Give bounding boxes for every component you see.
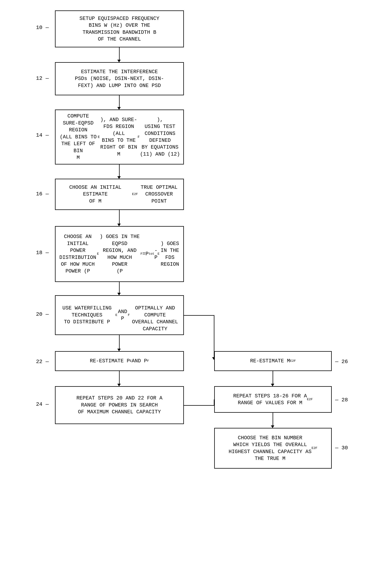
box-step-22: RE-ESTIMATE PE AND PF — [55, 351, 184, 371]
box-step-18: CHOOSE AN INITIAL POWER DISTRIBUTION OF … — [55, 226, 184, 282]
box-step-28: REPEAT STEPS 18-26 FOR A RANGE OF VALUES… — [214, 386, 332, 413]
box-step-20: USE WATERFILLING TECHNIQUES TO DISTRIBUT… — [55, 295, 184, 335]
step-label-20: 20 — — [36, 311, 49, 317]
step-label-24: 24 — — [36, 401, 49, 407]
box-step-26: RE-ESTIMATE ME2F — [214, 351, 332, 371]
box-step-24: REPEAT STEPS 20 AND 22 FOR A RANGE OF PO… — [55, 386, 184, 424]
step-label-30: — 30 — [335, 445, 348, 451]
box-step-12: ESTIMATE THE INTERFERENCE PSDs (NOISE, D… — [55, 62, 184, 95]
step-label-10: 10 — — [36, 25, 49, 30]
step-label-16: 16 — — [36, 191, 49, 197]
step-label-12: 12 — — [36, 75, 49, 81]
step-label-14: 14 — — [36, 132, 49, 138]
box-step-14: COMPUTE SURE-EQPSD REGION (ALL BINS TO T… — [55, 109, 184, 165]
box-step-10: SETUP EQUISPACED FREQUENCY BINS W (Hz) O… — [55, 10, 184, 47]
step-label-22: 22 — — [36, 359, 49, 365]
box-step-30: CHOOSE THE BIN NUMBER WHICH YIELDS THE O… — [214, 428, 332, 469]
step-label-18: 18 — — [36, 250, 49, 256]
flowchart-container: SETUP EQUISPACED FREQUENCY BINS W (Hz) O… — [0, 0, 385, 588]
step-label-26: — 26 — [335, 359, 348, 365]
box-step-16: CHOOSE AN INITIAL ESTIMATE OF ME2F TRUE … — [55, 179, 184, 210]
step-label-28: — 28 — [335, 397, 348, 403]
